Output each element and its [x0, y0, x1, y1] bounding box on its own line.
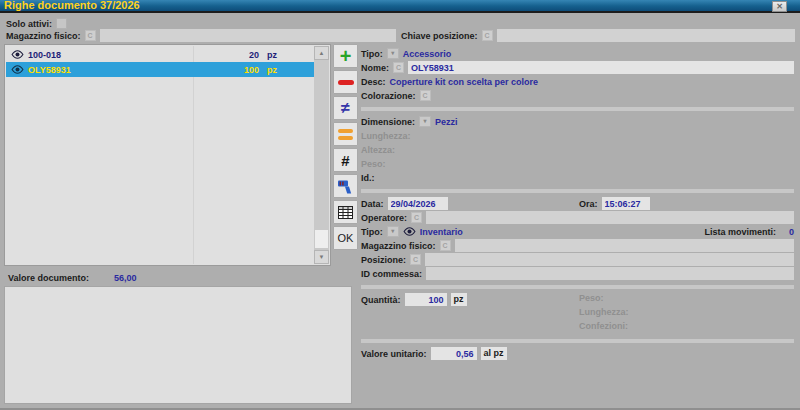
solo-attivi-checkbox[interactable] [56, 18, 67, 29]
barcode-scanner-button[interactable] [333, 174, 358, 198]
valore-documento-row: Valore documento: 56,00 [8, 271, 328, 284]
desc-value: Coperture kit con scelta per colore [390, 77, 539, 87]
id-row: Id.: [361, 171, 794, 184]
valore-unitario-unit: al pz [481, 347, 507, 360]
operatore-input[interactable] [426, 211, 794, 224]
eye-icon [11, 50, 24, 59]
row-quantity: 20 [207, 50, 259, 60]
dimensione-dropdown-button[interactable]: ▾ [419, 116, 431, 127]
magazzino-fisico-filter-c-button[interactable]: C [85, 30, 96, 41]
dimensione-value: Pezzi [435, 117, 458, 127]
window-title: Righe documento 37/2026 [0, 0, 140, 11]
magazzino-fisico-filter-row: Magazzino fisico: C [6, 29, 396, 42]
confezioni-row: Confezioni: [361, 321, 794, 334]
tipo-movimento-dropdown-button[interactable]: ▾ [387, 226, 399, 237]
peso-row: Peso: [361, 157, 794, 170]
solo-attivi-label: Solo attivi: [6, 19, 52, 29]
lista-movimenti-label: Lista movimenti: [704, 227, 776, 237]
tipo-movimento-value: Inventario [420, 227, 463, 237]
nome-c-button[interactable]: C [393, 62, 404, 73]
equal-icon [338, 129, 353, 140]
data-label: Data: [361, 199, 384, 209]
scroll-up-icon[interactable]: ▲ [314, 46, 329, 60]
tipo-value: Accessorio [403, 49, 452, 59]
close-button[interactable]: ✕ [772, 1, 787, 12]
operatore-row: Operatore: C [361, 211, 794, 224]
ok-button[interactable]: OK [333, 226, 358, 250]
colorazione-c-button[interactable]: C [420, 90, 431, 101]
list-item[interactable]: 100-018 20 pz [6, 47, 315, 62]
table-view-button[interactable] [333, 200, 358, 224]
equal-button[interactable] [333, 122, 358, 146]
row-article-name: OLY58931 [28, 65, 71, 75]
notes-panel [4, 286, 352, 404]
not-equal-icon: ≠ [341, 99, 350, 117]
valore-unitario-label: Valore unitario: [361, 349, 427, 359]
add-row-button[interactable]: + [333, 44, 358, 68]
hash-icon: # [341, 152, 349, 169]
tipo-dropdown-button[interactable]: ▾ [387, 48, 399, 59]
magazzino-fisico-input[interactable] [455, 239, 794, 252]
lunghezza-quantita-label: Lunghezza: [579, 307, 629, 317]
minus-icon [338, 80, 354, 85]
posizione-row: Posizione: C [361, 253, 794, 266]
magazzino-fisico-c-button[interactable]: C [440, 240, 451, 251]
lista-movimenti-value[interactable]: 0 [780, 227, 794, 237]
id-commessa-label: ID commessa: [361, 269, 422, 279]
quantita-unit: pz [451, 293, 467, 306]
barcode-scanner-icon [337, 178, 354, 195]
chiave-posizione-input[interactable] [497, 29, 795, 42]
valore-documento-value: 56,00 [114, 273, 137, 283]
peso-label: Peso: [361, 159, 386, 169]
row-article-name: 100-018 [28, 50, 61, 60]
scrollbar-thumb[interactable] [315, 230, 328, 248]
scroll-down-icon[interactable]: ▼ [314, 250, 329, 264]
nome-label: Nome: [361, 63, 389, 73]
row-quantity: 100 [207, 65, 259, 75]
tipo-label: Tipo: [361, 49, 383, 59]
valore-documento-label: Valore documento: [8, 273, 110, 283]
nome-row: Nome: C [361, 61, 794, 74]
chiave-posizione-row: Chiave posizione: C [401, 29, 795, 42]
magazzino-fisico-filter-label: Magazzino fisico: [6, 31, 81, 41]
colorazione-label: Colorazione: [361, 91, 416, 101]
magazzino-fisico-filter-input[interactable] [100, 29, 396, 42]
chiave-posizione-label: Chiave posizione: [401, 31, 478, 41]
lunghezza-label: Lunghezza: [361, 131, 411, 141]
operatore-c-button[interactable]: C [411, 212, 422, 223]
valore-unitario-input[interactable] [431, 347, 477, 360]
data-input[interactable] [388, 197, 448, 210]
ora-input[interactable] [602, 197, 650, 210]
document-rows-list: 100-018 20 pz OLY58931 100 pz ▲ ▼ [4, 44, 331, 266]
hash-button[interactable]: # [333, 148, 358, 172]
quantita-label: Quantità: [361, 295, 401, 305]
lunghezza-row: Lunghezza: [361, 129, 794, 142]
id-commessa-row: ID commessa: [361, 267, 794, 280]
id-label: Id.: [361, 173, 375, 183]
delete-row-button[interactable] [333, 70, 358, 94]
quantita-row: Quantità: pz Peso: [361, 293, 794, 306]
table-grid-icon [338, 206, 353, 219]
dimensione-row: Dimensione: ▾ Pezzi [361, 115, 794, 128]
row-unit: pz [267, 50, 287, 60]
tipo-movimento-row: Tipo: ▾ Inventario Lista movimenti: 0 [361, 225, 794, 238]
list-item-selected[interactable]: OLY58931 100 pz [6, 62, 315, 77]
chiave-posizione-c-button[interactable]: C [482, 30, 493, 41]
operatore-label: Operatore: [361, 213, 407, 223]
quantita-input[interactable] [405, 293, 447, 306]
altezza-row: Altezza: [361, 143, 794, 156]
list-scrollbar[interactable]: ▲ ▼ [314, 46, 329, 264]
data-ora-row: Data: Ora: [361, 197, 794, 210]
altezza-label: Altezza: [361, 145, 395, 155]
colorazione-row: Colorazione: C [361, 89, 794, 102]
list-column-separator [193, 46, 194, 264]
title-bar: Righe documento 37/2026 [0, 0, 800, 13]
posizione-input[interactable] [425, 253, 794, 266]
nome-input[interactable] [408, 61, 794, 74]
lunghezza-quantita-row: Lunghezza: [361, 307, 794, 320]
posizione-label: Posizione: [361, 255, 406, 265]
posizione-c-button[interactable]: C [410, 254, 421, 265]
magazzino-fisico-label: Magazzino fisico: [361, 241, 436, 251]
id-commessa-input[interactable] [426, 267, 794, 280]
not-equal-button[interactable]: ≠ [333, 96, 358, 120]
